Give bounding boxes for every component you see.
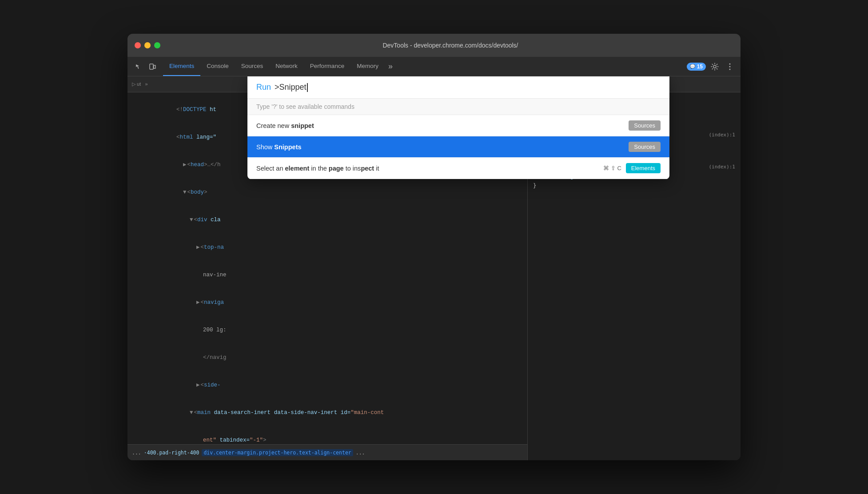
svg-point-4 — [729, 66, 731, 67]
inspect-element-icon[interactable] — [132, 60, 144, 73]
svg-rect-1 — [154, 65, 155, 68]
tab-console[interactable]: Console — [200, 57, 235, 76]
command-run-label: Run — [256, 83, 271, 92]
command-item-select-element[interactable]: Select an element in the page to inspect… — [247, 158, 669, 179]
tab-memory[interactable]: Memory — [350, 57, 385, 76]
svg-point-2 — [713, 65, 716, 68]
tab-overflow-button[interactable]: » — [385, 62, 396, 71]
command-palette-hint: Type '?' to see available commands — [247, 99, 669, 115]
tab-bar-left-icons — [127, 60, 163, 73]
tab-sources[interactable]: Sources — [235, 57, 270, 76]
command-keyboard-shortcut: ⌘ ⇧ C — [603, 165, 621, 171]
svg-point-5 — [729, 68, 731, 70]
command-input-display[interactable]: >Snippet — [275, 83, 308, 92]
device-toggle-icon[interactable] — [146, 60, 159, 73]
close-button[interactable] — [135, 42, 141, 48]
command-palette-overlay: Run >Snippet Type '?' to see available c… — [247, 76, 741, 460]
breadcrumb-ellipsis: ... — [132, 450, 141, 456]
tab-bar: Elements Console Sources Network Perform… — [127, 57, 741, 76]
window-title: DevTools - developer.chrome.com/docs/dev… — [167, 42, 733, 49]
traffic-lights — [135, 42, 160, 48]
main-tabs: Elements Console Sources Network Perform… — [163, 57, 396, 76]
tab-elements[interactable]: Elements — [163, 57, 200, 76]
main-content-area: ▷ ut » <!DOCTYPE ht <html lang=" ▶<head>… — [127, 76, 741, 460]
maximize-button[interactable] — [154, 42, 160, 48]
elements-toolbar-label: ▷ ut » — [132, 81, 148, 87]
issues-badge[interactable]: 💬 15 — [687, 63, 706, 71]
command-item-create-snippet[interactable]: Create new snippet Sources — [247, 115, 669, 136]
command-item-text-2: Show Snippets — [256, 143, 629, 151]
devtools-window: DevTools - developer.chrome.com/docs/dev… — [127, 34, 741, 460]
command-palette: Run >Snippet Type '?' to see available c… — [247, 76, 669, 179]
command-badge-sources-2: Sources — [629, 142, 661, 152]
more-options-icon[interactable] — [724, 60, 736, 73]
minimize-button[interactable] — [144, 42, 151, 48]
command-palette-input-row: Run >Snippet — [247, 76, 669, 99]
svg-rect-0 — [150, 64, 153, 69]
text-cursor — [307, 83, 308, 92]
tab-network[interactable]: Network — [269, 57, 304, 76]
tab-bar-right: 💬 15 — [687, 60, 741, 73]
command-item-text-1: Create new snippet — [256, 122, 629, 129]
command-item-show-snippets[interactable]: Show Snippets Sources — [247, 136, 669, 158]
tab-performance[interactable]: Performance — [304, 57, 350, 76]
command-badge-sources-1: Sources — [629, 120, 661, 131]
title-bar: DevTools - developer.chrome.com/docs/dev… — [127, 34, 741, 57]
devtools-panel: Elements Console Sources Network Perform… — [127, 57, 741, 460]
settings-icon[interactable] — [709, 60, 721, 73]
svg-point-3 — [729, 63, 731, 64]
command-badge-elements: Elements — [626, 163, 661, 173]
issues-icon: 💬 — [690, 64, 695, 69]
breadcrumb-item-pad[interactable]: ·400.pad-right-400 — [144, 450, 199, 456]
command-item-text-3: Select an element in the page to inspect… — [256, 165, 603, 172]
